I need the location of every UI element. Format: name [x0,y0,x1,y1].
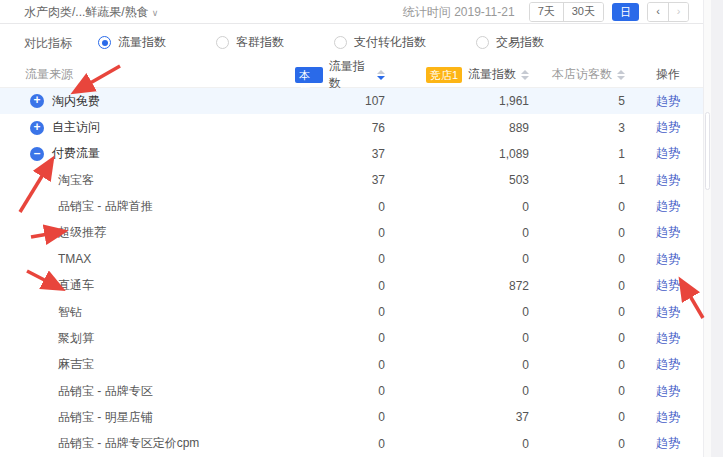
table-row: 淘宝客375031趋势 [0,167,711,193]
table-row: 麻吉宝000趋势 [0,352,711,378]
operation-cell: 趋势 [625,119,711,136]
expand-icon[interactable]: + [30,121,44,135]
compare-option-1[interactable]: 客群指数 [216,34,284,51]
own-index-cell: 0 [295,358,385,372]
own-index-cell: 0 [295,226,385,240]
visitors-cell: 0 [529,200,625,214]
source-cell: +自主访问 [0,119,295,136]
compare-option-label: 客群指数 [236,34,284,51]
trend-link[interactable]: 趋势 [656,172,680,189]
source-label: 超级推荐 [58,224,106,241]
operation-cell: 趋势 [625,435,711,452]
source-cell: 聚划算 [0,330,295,347]
table-row: 直通车08720趋势 [0,273,711,299]
compare-options: 流量指数客群指数支付转化指数交易指数 [98,34,594,52]
comp-index-cell: 889 [385,121,529,135]
operation-cell: 趋势 [625,172,711,189]
trend-link[interactable]: 趋势 [656,119,680,136]
source-cell: 品销宝 - 品牌首推 [0,198,295,215]
source-cell: 智钻 [0,304,295,321]
trend-link[interactable]: 趋势 [656,409,680,426]
next-day-button[interactable]: › [668,3,688,21]
visitors-label: 本店访客数 [552,66,612,83]
table-row: 品销宝 - 明星店铺0370趋势 [0,404,711,430]
nav-button-group: ‹ › [647,2,689,22]
trend-link[interactable]: 趋势 [656,330,680,347]
trend-link[interactable]: 趋势 [656,145,680,162]
sort-comp-index[interactable] [521,70,529,80]
source-label: 品销宝 - 品牌首推 [58,198,153,215]
operation-cell: 趋势 [625,93,711,110]
visitors-cell: 0 [529,437,625,451]
source-cell: 直通车 [0,277,295,294]
trend-link[interactable]: 趋势 [656,251,680,268]
compare-option-3[interactable]: 交易指数 [476,34,544,51]
source-cell: 品销宝 - 品牌专区 [0,383,295,400]
category-selector[interactable]: 水产肉类/...鲜蔬果/熟食∨ [24,4,158,21]
visitors-cell: 0 [529,252,625,266]
own-index-cell: 37 [295,147,385,161]
expand-icon[interactable]: + [30,94,44,108]
comp-index-cell: 0 [385,384,529,398]
compare-indicator-row: 对比指标 流量指数客群指数支付转化指数交易指数 [0,24,723,62]
trend-link[interactable]: 趋势 [656,198,680,215]
comp-index-cell: 0 [385,200,529,214]
visitors-cell: 0 [529,410,625,424]
range-30d-button[interactable]: 30天 [563,3,603,21]
column-header-own-index: 本店 流量指数 [295,58,385,92]
source-label: 品销宝 - 品牌专区 [58,383,153,400]
visitors-cell: 0 [529,331,625,345]
competitor-badge: 竞店1 [426,67,462,83]
table-row: 品销宝 - 品牌专区000趋势 [0,378,711,404]
range-7d-button[interactable]: 7天 [530,3,563,21]
own-index-label: 流量指数 [329,58,372,92]
trend-link[interactable]: 趋势 [656,356,680,373]
source-cell: +淘内免费 [0,93,295,110]
sort-own-index[interactable] [377,70,385,80]
trend-link[interactable]: 趋势 [656,277,680,294]
source-cell: TMAX [0,252,295,266]
source-label: 淘内免费 [52,93,100,110]
comp-index-cell: 503 [385,173,529,187]
compare-option-2[interactable]: 支付转化指数 [334,34,426,51]
vertical-scrollbar[interactable] [703,0,711,457]
radio-icon [98,36,111,49]
range-button-group: 7天 30天 [529,2,604,22]
trend-link[interactable]: 趋势 [656,224,680,241]
own-index-cell: 107 [295,94,385,108]
table-row: TMAX000趋势 [0,246,711,272]
column-header-comp-index: 竞店1 流量指数 [385,66,529,83]
trend-link[interactable]: 趋势 [656,304,680,321]
source-cell: 淘宝客 [0,172,295,189]
operation-cell: 趋势 [625,383,711,400]
column-header-visitors: 本店访客数 [529,66,625,83]
comp-index-cell: 0 [385,358,529,372]
column-header-source: 流量来源 [0,66,295,83]
table-header: 流量来源 本店 流量指数 竞店1 流量指数 本店访客数 操作 [0,62,711,88]
comp-index-cell: 0 [385,331,529,345]
date-controls: 统计时间 2019-11-21 7天 30天 日 ‹ › [403,2,697,22]
sort-visitors[interactable] [617,70,625,80]
compare-option-0[interactable]: 流量指数 [98,34,166,51]
operation-cell: 趋势 [625,198,711,215]
traffic-source-table: 流量来源 本店 流量指数 竞店1 流量指数 本店访客数 操作 +淘内免费1071… [0,62,711,457]
own-index-cell: 0 [295,305,385,319]
scrollbar-thumb[interactable] [705,112,710,190]
comp-index-cell: 0 [385,305,529,319]
prev-day-button[interactable]: ‹ [648,3,668,21]
trend-link[interactable]: 趋势 [656,93,680,110]
comp-index-label: 流量指数 [468,66,516,83]
radio-icon [334,36,347,49]
collapse-icon[interactable]: – [30,147,44,161]
operation-cell: 趋势 [625,224,711,241]
own-index-cell: 76 [295,121,385,135]
table-row: 聚划算000趋势 [0,325,711,351]
visitors-cell: 5 [529,94,625,108]
visitors-cell: 1 [529,173,625,187]
range-day-button[interactable]: 日 [612,3,639,21]
own-index-cell: 0 [295,384,385,398]
trend-link[interactable]: 趋势 [656,435,680,452]
comp-index-cell: 0 [385,437,529,451]
trend-link[interactable]: 趋势 [656,383,680,400]
visitors-cell: 0 [529,279,625,293]
